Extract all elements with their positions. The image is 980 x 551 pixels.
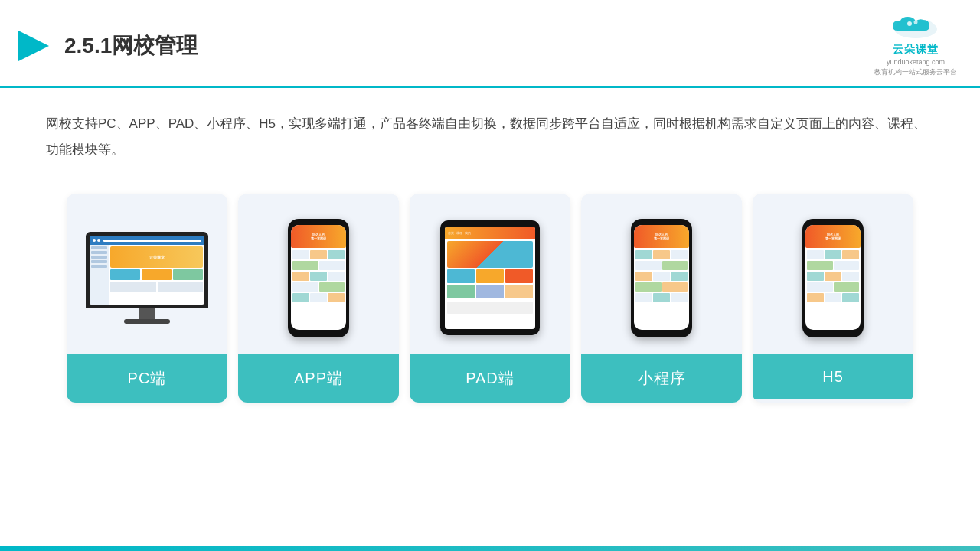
pc-screen: 云朵课堂: [90, 236, 204, 305]
h5-frame: 职达人的第一堂网课: [802, 219, 864, 337]
pc-image-area: 云朵课堂: [67, 194, 227, 354]
logo-icon: [885, 14, 946, 41]
h5-screen: 职达人的第一堂网课: [805, 225, 861, 330]
app-frame: 职达人的第一堂网课: [288, 219, 349, 337]
miniapp-screen: 职达人的第一堂网课: [634, 225, 689, 330]
pc-monitor: 云朵课堂: [86, 232, 208, 308]
card-h5: 职达人的第一堂网课: [753, 194, 913, 403]
miniapp-device: 职达人的第一堂网课: [631, 219, 692, 337]
pad-screen: 首页 课程 我的: [445, 227, 535, 329]
app-image-area: 职达人的第一堂网课: [238, 194, 399, 354]
svg-point-5: [914, 21, 918, 24]
pad-device: 首页 课程 我的: [440, 220, 540, 335]
miniapp-frame: 职达人的第一堂网课: [631, 219, 692, 337]
cards-container: 云朵课堂: [0, 178, 980, 418]
svg-marker-0: [18, 31, 49, 61]
logo-tagline: 教育机构一站式服务云平台: [874, 67, 957, 77]
card-app-label: APP端: [238, 354, 399, 403]
card-h5-label: H5: [753, 354, 913, 399]
logo-brand: 云朵课堂: [893, 43, 939, 57]
logo-domain: yunduoketang.com: [887, 58, 945, 66]
logo-area: 云朵课堂 yunduoketang.com 教育机构一站式服务云平台: [874, 14, 957, 77]
card-pad: 首页 课程 我的: [410, 194, 570, 403]
pc-device: 云朵课堂: [86, 232, 208, 324]
description: 网校支持PC、APP、PAD、小程序、H5，实现多端打通，产品各终端自由切换，数…: [0, 88, 980, 171]
h5-image-area: 职达人的第一堂网课: [753, 194, 913, 354]
pad-image-area: 首页 课程 我的: [410, 194, 570, 354]
page-title: 2.5.1网校管理: [64, 31, 198, 60]
app-device: 职达人的第一堂网课: [288, 219, 349, 337]
svg-point-4: [907, 21, 912, 26]
card-app: 职达人的第一堂网课: [238, 194, 399, 403]
miniapp-image-area: 职达人的第一堂网课: [581, 194, 742, 354]
card-miniapp: 职达人的第一堂网课: [581, 194, 742, 403]
h5-device: 职达人的第一堂网课: [802, 219, 864, 337]
pad-frame: 首页 课程 我的: [440, 220, 540, 335]
card-pc-label: PC端: [67, 354, 227, 403]
play-icon: [15, 28, 52, 64]
bottom-accent: [0, 546, 980, 551]
card-miniapp-label: 小程序: [581, 354, 742, 403]
card-pc: 云朵课堂: [67, 194, 227, 403]
app-screen: 职达人的第一堂网课: [291, 225, 346, 330]
header: 2.5.1网校管理 云朵课堂 yunduoketang.com 教育机构一站式服…: [0, 0, 980, 88]
header-left: 2.5.1网校管理: [15, 28, 198, 64]
card-pad-label: PAD端: [410, 354, 570, 403]
